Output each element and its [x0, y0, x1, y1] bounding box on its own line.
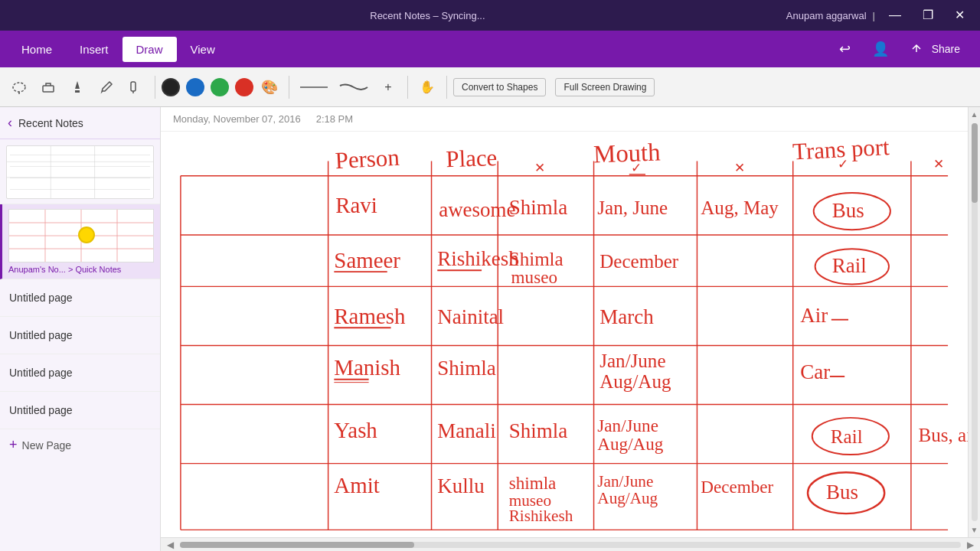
- minimize-button[interactable]: —: [881, 6, 909, 24]
- scroll-up-button[interactable]: ▲: [971, 107, 978, 122]
- sidebar-header: ‹ Recent Notes: [0, 107, 160, 139]
- pen-icon: [99, 80, 114, 95]
- sidebar-note-4[interactable]: Untitled page: [0, 317, 160, 354]
- menu-draw[interactable]: Draw: [122, 37, 177, 62]
- color-red[interactable]: [235, 78, 253, 96]
- sidebar-note-3[interactable]: Untitled page: [0, 279, 160, 317]
- svg-text:Nainital: Nainital: [437, 305, 504, 328]
- eraser-tool[interactable]: [35, 74, 61, 100]
- svg-text:shimla: shimla: [509, 473, 557, 493]
- stroke-medium[interactable]: [335, 77, 372, 98]
- note-date: Monday, November 07, 2016: [173, 113, 301, 125]
- user-name: Anupam aggarwal: [786, 10, 867, 21]
- svg-text:Amit: Amit: [334, 473, 379, 497]
- app-title: Recent Notes – Syncing...: [69, 10, 786, 21]
- toolbar-separator-3: [407, 76, 408, 99]
- svg-rect-3: [75, 90, 80, 93]
- stroke-thin[interactable]: [296, 77, 332, 98]
- color-picker-button[interactable]: 🎨: [256, 74, 283, 100]
- profile-button[interactable]: 👤: [866, 37, 895, 60]
- svg-text:museo: museo: [511, 267, 557, 287]
- color-black[interactable]: [162, 78, 180, 96]
- undo-button[interactable]: ↩: [833, 37, 857, 60]
- lasso-tool[interactable]: [6, 74, 32, 100]
- scroll-right-button[interactable]: ▶: [964, 540, 977, 550]
- toolbar: 🎨 + ✋ Convert to Shapes Full Screen Draw…: [0, 67, 980, 107]
- svg-text:Kullu: Kullu: [437, 474, 485, 497]
- note-preview-1: [6, 145, 154, 199]
- marker-tool[interactable]: [122, 74, 149, 100]
- add-stroke-button[interactable]: +: [375, 74, 401, 100]
- svg-text:awesome: awesome: [439, 198, 515, 221]
- highlighter-tool[interactable]: [64, 74, 90, 100]
- share-icon: [910, 43, 923, 55]
- menu-home[interactable]: Home: [8, 37, 66, 62]
- scroll-left-button[interactable]: ◀: [164, 540, 177, 550]
- marker-icon: [128, 80, 143, 95]
- toolbar-separator-2: [289, 76, 289, 99]
- stroke-medium-icon: [338, 80, 369, 95]
- svg-rect-4: [131, 82, 136, 91]
- svg-text:Jan/June: Jan/June: [599, 350, 665, 371]
- title-bar-right: Anupam aggarwal | — ❐ ✕: [786, 6, 972, 24]
- horizontal-scrollbar[interactable]: ◀ ▶: [161, 537, 980, 551]
- sidebar-note-1[interactable]: [0, 142, 160, 204]
- highlighter-icon: [70, 80, 85, 95]
- svg-text:Shimla: Shimla: [437, 357, 495, 380]
- sidebar-note-6[interactable]: Untitled page: [0, 392, 160, 429]
- pan-tool[interactable]: ✋: [414, 74, 440, 100]
- cursor-highlight: [78, 227, 95, 243]
- svg-text:Yash: Yash: [334, 418, 377, 442]
- svg-text:Bus: Bus: [832, 199, 864, 222]
- menu-bar: Home Insert Draw View ↩ 👤 Share: [0, 31, 980, 67]
- svg-text:Place: Place: [446, 145, 498, 172]
- svg-text:Aug/Aug: Aug/Aug: [597, 434, 663, 454]
- svg-text:Air: Air: [800, 304, 828, 327]
- sidebar: ‹ Recent Notes: [0, 107, 161, 551]
- svg-text:December: December: [599, 251, 679, 272]
- svg-text:✕: ✕: [933, 156, 944, 171]
- svg-text:Ravi: Ravi: [335, 193, 377, 217]
- vertical-scrollbar[interactable]: ▲ ▼: [968, 107, 980, 537]
- svg-text:March: March: [599, 305, 654, 328]
- menu-insert[interactable]: Insert: [66, 37, 122, 62]
- menu-view[interactable]: View: [177, 37, 229, 62]
- lasso-icon: [11, 80, 27, 95]
- svg-text:Bus, air: Bus, air: [919, 425, 968, 445]
- h-scroll-thumb[interactable]: [180, 542, 414, 548]
- new-page-button[interactable]: + New Page: [0, 429, 160, 461]
- title-bar: Recent Notes – Syncing... Anupam aggarwa…: [0, 0, 980, 31]
- ink-canvas[interactable]: Person Place Mouth Trans port ✕ ✕ ✕ ✓: [161, 132, 968, 537]
- eraser-icon: [41, 80, 56, 95]
- svg-text:Rail: Rail: [831, 426, 863, 447]
- back-button[interactable]: ‹: [8, 115, 12, 131]
- svg-text:Rishikesh: Rishikesh: [509, 507, 573, 525]
- svg-text:✓: ✓: [631, 160, 642, 175]
- toolbar-separator-1: [155, 76, 155, 99]
- fullscreen-drawing-button[interactable]: Full Screen Drawing: [555, 78, 655, 96]
- sidebar-note-2[interactable]: Anupam's No... > Quick Notes: [0, 204, 160, 279]
- share-button[interactable]: Share: [904, 37, 972, 61]
- close-button[interactable]: ✕: [947, 6, 972, 24]
- color-blue[interactable]: [186, 78, 204, 96]
- new-page-icon: +: [9, 437, 18, 453]
- maximize-button[interactable]: ❐: [915, 6, 941, 24]
- svg-text:Aug/Aug: Aug/Aug: [599, 371, 671, 392]
- note-preview-svg-1: [7, 146, 153, 198]
- color-green[interactable]: [211, 78, 229, 96]
- pen-tool[interactable]: [93, 74, 119, 100]
- sidebar-title: Recent Notes: [18, 117, 83, 129]
- active-note-path: Anupam's No... > Quick Notes: [8, 265, 154, 274]
- convert-to-shapes-button[interactable]: Convert to Shapes: [453, 78, 546, 96]
- svg-text:Ramesh: Ramesh: [334, 304, 406, 328]
- svg-text:Aug, May: Aug, May: [701, 197, 779, 218]
- drawing-canvas[interactable]: Monday, November 07, 2016 2:18 PM: [161, 107, 968, 537]
- h-scroll-track: [180, 542, 961, 548]
- svg-text:Shimla: Shimla: [509, 419, 567, 442]
- v-scroll-thumb[interactable]: [972, 123, 978, 203]
- note-time: 2:18 PM: [316, 113, 353, 125]
- scroll-down-button[interactable]: ▼: [971, 523, 978, 537]
- svg-text:Jan, June: Jan, June: [597, 197, 668, 218]
- content-header: Monday, November 07, 2016 2:18 PM: [161, 107, 968, 132]
- sidebar-note-5[interactable]: Untitled page: [0, 354, 160, 392]
